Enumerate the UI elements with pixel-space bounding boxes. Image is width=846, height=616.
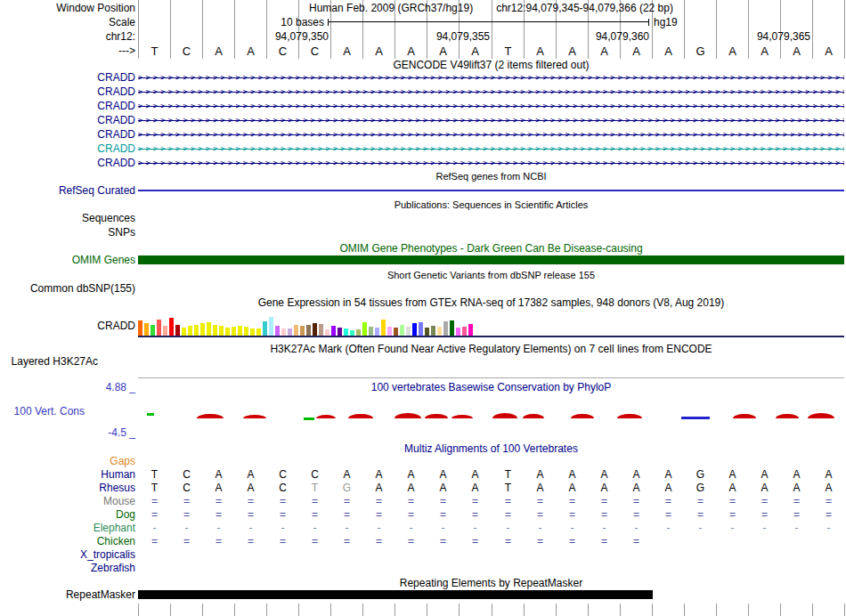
gencode-transcript-row[interactable]: >>>>>>>>>>>>>>>>>>>>>>>>>>>>>>>>>>>>>>>>…	[138, 159, 844, 167]
alignment-base: A	[556, 468, 589, 481]
alignment-base: =	[524, 495, 557, 507]
phylop-mark	[523, 414, 544, 418]
alignment-base: A	[524, 468, 557, 481]
gtex-tissue-bar	[362, 322, 367, 336]
omim-genes-bar[interactable]	[138, 255, 844, 264]
alignment-base: =	[716, 508, 749, 521]
phylop-mark	[617, 414, 642, 418]
species-label-dog[interactable]: Dog	[116, 508, 135, 521]
phylop-mark	[147, 413, 154, 416]
alignment-base: A	[812, 468, 845, 481]
alignment-base: =	[427, 508, 460, 521]
species-label-rhesus[interactable]: Rhesus	[99, 482, 135, 494]
phylop-mark	[197, 414, 224, 418]
transcript-direction-arrows: >>>>>>>>>>>>>>>>>>>>>>>>>>>>>>>>>>>>>>>>…	[138, 159, 844, 167]
alignment-base: =	[492, 535, 525, 547]
repeatmasker-track-label[interactable]: RepeatMasker	[66, 588, 135, 601]
alignment-base: G	[330, 482, 363, 494]
gencode-gene-label[interactable]: CRADD	[97, 71, 135, 84]
species-label-human[interactable]: Human	[101, 468, 135, 481]
alignment-base: A	[780, 482, 813, 494]
ruler-tick-bottom	[395, 604, 395, 616]
gtex-tissue-bar	[412, 323, 417, 336]
dbsnp-track-title: Short Genetic Variants from dbSNP releas…	[138, 270, 844, 280]
gencode-transcript-row[interactable]: >>>>>>>>>>>>>>>>>>>>>>>>>>>>>>>>>>>>>>>>…	[138, 74, 844, 82]
ruler-base: T	[138, 45, 171, 58]
phylop-track[interactable]	[138, 410, 844, 421]
gencode-transcript-row[interactable]: >>>>>>>>>>>>>>>>>>>>>>>>>>>>>>>>>>>>>>>>…	[138, 88, 844, 96]
h3k27ac-track-label[interactable]: Layered H3K27Ac	[12, 355, 98, 368]
alignment-base: -	[395, 522, 427, 534]
repeatmasker-bar[interactable]	[138, 590, 653, 599]
phylop-track-label[interactable]: 100 Vert. Cons	[14, 405, 85, 417]
gencode-transcript-row[interactable]: >>>>>>>>>>>>>>>>>>>>>>>>>>>>>>>>>>>>>>>>…	[138, 131, 844, 139]
alignment-base: -	[620, 522, 653, 534]
omim-track-title: OMIM Gene Phenotypes - Dark Green Can Be…	[138, 242, 844, 255]
phylop-max-value: 4.88 _	[106, 381, 135, 393]
sequences-track-label[interactable]: Sequences	[82, 212, 135, 224]
gencode-transcript-row[interactable]: >>>>>>>>>>>>>>>>>>>>>>>>>>>>>>>>>>>>>>>>…	[138, 102, 844, 110]
species-label-elephant[interactable]: Elephant	[94, 522, 135, 534]
refseq-track-line[interactable]	[138, 190, 844, 191]
alignment-base: A	[234, 468, 267, 481]
ruler-tick-bottom	[202, 604, 203, 616]
ruler-tick-bottom	[330, 604, 331, 616]
gencode-gene-label[interactable]: CRADD	[97, 114, 135, 126]
alignment-base: =	[202, 508, 235, 521]
alignment-base: =	[362, 508, 395, 521]
alignment-base: -	[652, 522, 685, 534]
alignment-base: A	[812, 482, 845, 494]
gencode-gene-label[interactable]: CRADD	[97, 85, 135, 98]
refseq-curated-label[interactable]: RefSeq Curated	[59, 184, 135, 197]
snps-track-label[interactable]: SNPs	[108, 226, 135, 239]
alignment-base: A	[620, 482, 653, 494]
alignment-base: =	[748, 495, 781, 507]
alignment-base: A	[330, 468, 363, 481]
alignment-base: -	[427, 522, 460, 534]
scale-bar-value: 10 bases	[281, 16, 324, 28]
gencode-transcript-row[interactable]: >>>>>>>>>>>>>>>>>>>>>>>>>>>>>>>>>>>>>>>>…	[138, 117, 844, 125]
ruler-base: A	[234, 45, 267, 58]
species-label-chicken[interactable]: Chicken	[97, 535, 135, 547]
alignment-base: =	[620, 495, 653, 507]
alignment-base: =	[330, 535, 363, 547]
gtex-tissue-bar	[443, 321, 448, 336]
alignment-base: -	[234, 522, 267, 534]
transcript-direction-arrows: >>>>>>>>>>>>>>>>>>>>>>>>>>>>>>>>>>>>>>>>…	[138, 74, 844, 82]
gencode-transcript-row[interactable]: >>>>>>>>>>>>>>>>>>>>>>>>>>>>>>>>>>>>>>>>…	[138, 145, 844, 153]
ruler-tick-bottom	[459, 604, 460, 616]
omim-genes-label[interactable]: OMIM Genes	[72, 254, 135, 266]
ruler-base: A	[395, 45, 427, 58]
alignment-base: A	[427, 468, 460, 481]
alignment-base: T	[138, 482, 171, 494]
gencode-gene-label[interactable]: CRADD	[97, 128, 135, 141]
alignment-base: =	[524, 508, 557, 521]
alignment-base: A	[620, 468, 653, 481]
gtex-gene-label[interactable]: CRADD	[97, 320, 135, 332]
multiz-track-title: Multiz Alignments of 100 Vertebrates	[138, 442, 844, 455]
species-label-x_tropicalis[interactable]: X_tropicalis	[80, 548, 135, 561]
alignment-base: A	[234, 482, 267, 494]
gtex-expression-bars[interactable]	[138, 312, 482, 336]
ruler-base: A	[620, 45, 653, 58]
alignment-base: A	[459, 468, 492, 481]
scale-label: Scale	[109, 16, 135, 28]
gencode-gene-label[interactable]: CRADD	[97, 157, 135, 169]
species-label-mouse[interactable]: Mouse	[103, 495, 135, 507]
ruler-base: A	[524, 45, 557, 58]
multiz-gaps-label[interactable]: Gaps	[110, 455, 135, 467]
alignment-base: =	[202, 495, 235, 507]
alignment-base: =	[266, 535, 299, 547]
gtex-baseline	[138, 336, 844, 337]
gtex-tissue-bar	[269, 317, 273, 336]
gtex-tissue-bar	[419, 322, 423, 336]
alignment-base: =	[427, 495, 460, 507]
alignment-base: -	[716, 522, 749, 534]
gencode-gene-label[interactable]: CRADD	[97, 100, 135, 112]
ruler-base: G	[684, 45, 717, 58]
dbsnp-track-label[interactable]: Common dbSNP(155)	[30, 282, 135, 295]
species-label-zebrafish[interactable]: Zebrafish	[91, 562, 135, 574]
gencode-gene-label[interactable]: CRADD	[97, 142, 135, 155]
alignment-base: =	[652, 508, 685, 521]
alignment-base: -	[492, 522, 525, 534]
